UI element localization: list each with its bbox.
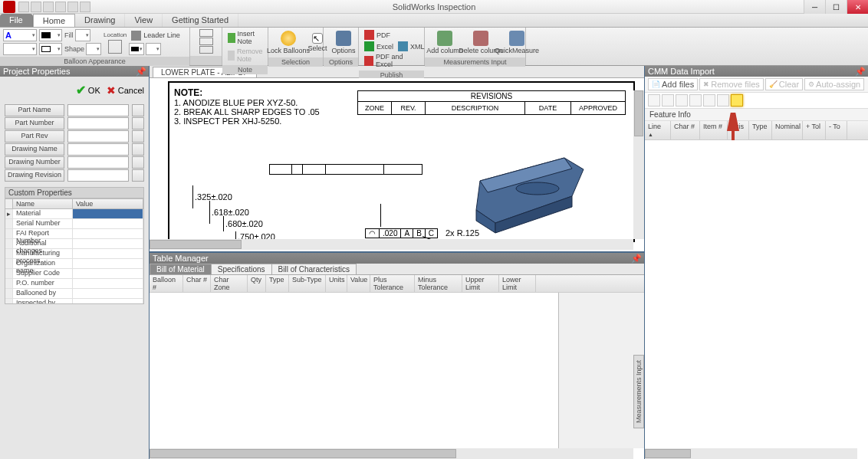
ok-button[interactable]: OK — [76, 83, 100, 97]
leader-color-dropdown[interactable]: ▾ — [129, 43, 144, 55]
cmm-col[interactable]: Axis — [728, 121, 749, 139]
prop-field[interactable] — [67, 143, 129, 156]
cmm-tool-2-icon[interactable] — [662, 94, 674, 107]
tab-specs[interactable]: Specifications — [211, 264, 272, 274]
tm-col[interactable]: Char Zone — [211, 275, 248, 292]
prop-field[interactable] — [67, 117, 129, 130]
fill-dropdown[interactable]: ▾ — [75, 29, 90, 41]
prop-label[interactable]: Drawing Number — [5, 156, 64, 169]
shape-dropdown[interactable]: ▾ — [86, 43, 101, 55]
tab-view[interactable]: View — [125, 14, 163, 27]
publish-xml-button[interactable]: XML — [396, 41, 427, 52]
tm-col[interactable]: Minus Tolerance — [415, 275, 462, 292]
tm-col[interactable]: Sub-Type — [289, 275, 326, 292]
balloon-style-dropdown[interactable]: ▾ — [3, 43, 37, 55]
insert-note-button[interactable]: Insert Note — [225, 29, 265, 46]
custom-prop-row[interactable]: Manufacturing process... — [5, 249, 143, 259]
prop-browse-icon[interactable] — [132, 130, 144, 143]
add-column-button[interactable]: Add column — [428, 29, 462, 56]
cmm-col[interactable]: Line ▲ — [645, 121, 671, 139]
tm-col[interactable]: Plus Tolerance — [370, 275, 415, 292]
cancel-button[interactable]: Cancel — [107, 83, 144, 97]
custom-prop-row[interactable]: Inspected by — [5, 299, 143, 304]
prop-browse-icon[interactable] — [132, 143, 144, 156]
leader-style-dropdown[interactable]: ▾ — [146, 43, 161, 55]
prop-field[interactable] — [67, 104, 129, 116]
custom-prop-row[interactable]: ▸Material — [5, 209, 143, 219]
drawing-scroll-v[interactable] — [633, 90, 644, 239]
minimize-button[interactable]: ─ — [804, 0, 825, 14]
cmm-scroll-h[interactable] — [645, 448, 857, 459]
cmm-tool-5-icon[interactable] — [703, 94, 715, 107]
cmm-col[interactable]: + Tol — [803, 121, 826, 139]
tm-col[interactable]: Upper Limit — [462, 275, 499, 292]
measurements-input-tab[interactable]: Measurements Input — [633, 355, 644, 428]
balloon-outline-dropdown[interactable]: ▾ — [39, 43, 62, 55]
custom-prop-row[interactable]: Ballooned by — [5, 289, 143, 299]
table-manager-body[interactable]: Measurements Input — [150, 293, 644, 459]
cmm-col[interactable]: Type — [749, 121, 772, 139]
leader-line-button[interactable]: Leader Line — [129, 30, 182, 41]
custom-prop-row[interactable]: Serial Number — [5, 219, 143, 229]
cmm-tool-3-icon[interactable] — [676, 94, 688, 107]
prop-label[interactable]: Part Rev — [5, 130, 64, 143]
clear-button[interactable]: 🧹Clear — [765, 78, 803, 90]
prop-field[interactable] — [67, 130, 129, 143]
prop-browse-icon[interactable] — [132, 117, 144, 130]
balloon-color-dropdown[interactable]: ▾ — [39, 29, 62, 41]
prop-label[interactable]: Part Number — [5, 117, 64, 130]
options-button[interactable]: Options — [327, 29, 360, 56]
cmm-body[interactable] — [645, 140, 868, 459]
prop-field[interactable] — [67, 169, 129, 182]
tm-col[interactable]: Qty — [248, 275, 266, 292]
cmm-tool-4-icon[interactable] — [689, 94, 702, 107]
cmm-col[interactable]: Nominal — [772, 121, 803, 139]
tm-col[interactable]: Lower Limit — [499, 275, 536, 292]
file-tab[interactable]: File — [0, 14, 33, 27]
prop-label[interactable]: Drawing Revision — [5, 169, 64, 182]
qat-save-icon[interactable] — [43, 2, 54, 12]
tab-boc[interactable]: Bill of Characteristics — [271, 264, 357, 274]
tm-col[interactable]: Type — [266, 275, 289, 292]
tm-col[interactable]: Char # — [183, 275, 211, 292]
align-3-icon[interactable] — [199, 46, 213, 54]
tab-bom[interactable]: Bill of Material — [150, 264, 212, 274]
custom-prop-row[interactable]: Organization name — [5, 259, 143, 269]
tm-col[interactable]: Balloon # — [150, 275, 183, 292]
pin-icon[interactable]: 📌 — [855, 67, 866, 77]
publish-both-button[interactable]: PDF and Excel — [362, 52, 421, 69]
tm-col[interactable]: Value — [347, 275, 370, 292]
align-2-icon[interactable] — [199, 38, 213, 45]
tm-scroll-h[interactable] — [150, 448, 633, 459]
lock-balloons-button[interactable]: Lock Balloons — [271, 29, 305, 56]
tab-drawing[interactable]: Drawing — [75, 14, 125, 27]
prop-browse-icon[interactable] — [132, 169, 144, 182]
cmm-highlighted-icon[interactable] — [731, 94, 743, 107]
publish-excel-button[interactable]: Excel — [362, 41, 396, 52]
pin-icon[interactable]: 📌 — [631, 254, 642, 264]
delete-column-button[interactable]: Delete column — [464, 29, 498, 56]
quickmeasure-button[interactable]: QuickMeasure — [500, 29, 534, 56]
auto-assign-button[interactable]: ⚙Auto-assign — [804, 78, 864, 90]
qat-redo-icon[interactable] — [80, 2, 90, 12]
cmm-col[interactable]: Char # — [671, 121, 700, 139]
cmm-col[interactable]: Item # — [700, 121, 728, 139]
tm-col[interactable]: Units — [326, 275, 347, 292]
prop-browse-icon[interactable] — [132, 104, 144, 116]
remove-files-button[interactable]: ✖Remove files — [699, 78, 764, 90]
location-icon[interactable] — [108, 40, 122, 54]
publish-pdf-button[interactable]: PDF — [362, 29, 393, 41]
qat-print-icon[interactable] — [55, 2, 66, 12]
cmm-tool-6-icon[interactable] — [717, 94, 729, 107]
drawing-scroll-h[interactable] — [150, 239, 633, 250]
drawing-view[interactable]: NOTE: 1. ANODIZE BLUE PER XYZ-50. 2. BRE… — [150, 78, 644, 253]
add-files-button[interactable]: 📄Add files — [648, 78, 698, 90]
prop-label[interactable]: Part Name — [5, 104, 64, 116]
cmm-col[interactable]: - To — [826, 121, 847, 139]
prop-browse-icon[interactable] — [132, 156, 144, 169]
prop-label[interactable]: Drawing Name — [5, 143, 64, 156]
font-color-dropdown[interactable]: A▾ — [3, 29, 37, 41]
remove-note-button[interactable]: Remove Note — [225, 47, 268, 64]
qat-new-icon[interactable] — [18, 2, 29, 12]
custom-prop-row[interactable]: Additional changes — [5, 239, 143, 249]
